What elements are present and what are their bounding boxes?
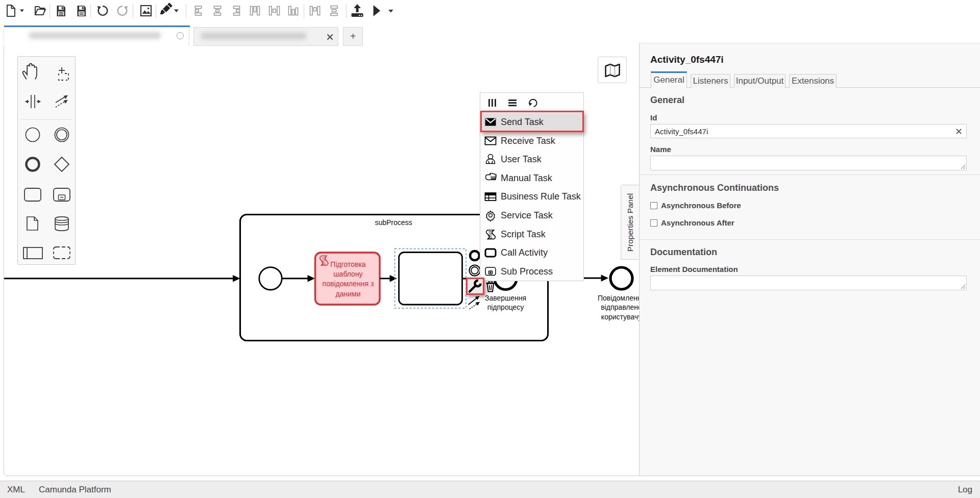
svg-text:Підготовка: Підготовка	[330, 260, 366, 268]
svg-text:Завершення: Завершення	[485, 294, 526, 302]
svg-text:користувачу: користувачу	[601, 313, 642, 321]
svg-text:subProcess: subProcess	[375, 218, 412, 227]
svg-text:даними: даними	[336, 290, 361, 298]
svg-text:шаблону: шаблону	[333, 270, 362, 278]
svg-text:підпроцесу: підпроцесу	[487, 303, 524, 311]
svg-text:повідомлення з: повідомлення з	[323, 280, 374, 288]
svg-text:Повідомлення: Повідомлення	[598, 294, 645, 302]
svg-text:відправлено: відправлено	[601, 303, 642, 311]
